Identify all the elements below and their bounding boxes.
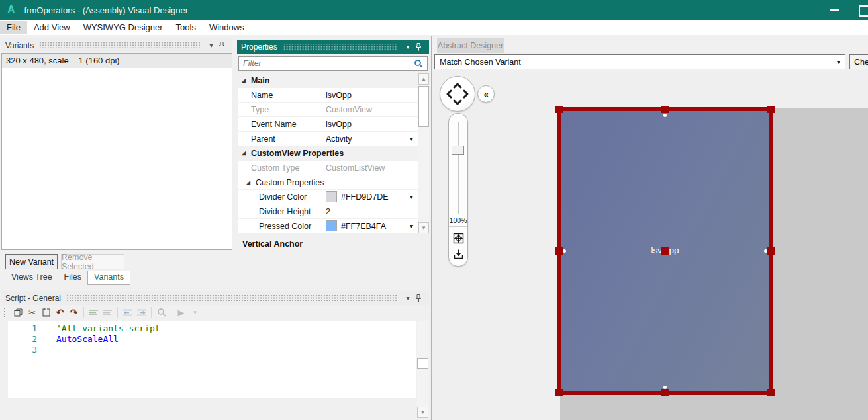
- paste-icon[interactable]: [39, 306, 53, 318]
- fit-view-button[interactable]: [452, 231, 465, 245]
- menu-item-add-view[interactable]: Add View: [27, 21, 77, 34]
- collapse-panel-button[interactable]: «: [477, 85, 495, 103]
- scroll-up-icon[interactable]: ▲: [418, 73, 429, 85]
- code-line[interactable]: 2AutoScaleAll: [8, 334, 416, 345]
- resize-handle-nw[interactable]: [555, 106, 563, 113]
- selected-view-lsvopp[interactable]: lsvOpp: [557, 107, 773, 395]
- scrollbar-thumb[interactable]: [418, 86, 429, 127]
- property-section-row[interactable]: ◢CustomView Properties: [238, 146, 418, 161]
- chevron-down-icon[interactable]: ▾: [403, 43, 413, 50]
- search-icon[interactable]: [414, 59, 423, 68]
- maximize-button[interactable]: [859, 5, 868, 17]
- property-value[interactable]: Activity▾: [326, 134, 417, 144]
- indent-icon[interactable]: [134, 306, 148, 318]
- property-row[interactable]: Custom TypeCustomListView: [238, 161, 418, 175]
- zoom-slider-thumb[interactable]: [452, 146, 464, 155]
- property-row[interactable]: Divider Color#FFD9D7DE▾: [238, 190, 418, 204]
- properties-scrollbar[interactable]: ▲ ▼: [418, 73, 429, 233]
- expander-icon[interactable]: ◢: [242, 150, 248, 156]
- resize-handle-s[interactable]: [661, 389, 669, 396]
- property-row[interactable]: ◢Custom Properties: [238, 175, 418, 190]
- pin-icon[interactable]: [219, 42, 230, 50]
- check-button[interactable]: Check: [849, 54, 868, 69]
- property-value[interactable]: #FF7EB4FA▾: [326, 220, 417, 231]
- left-panel-tabs: Views TreeFilesVariants: [0, 271, 233, 286]
- new-variant-button[interactable]: New Variant: [5, 254, 58, 269]
- redo-icon[interactable]: ↷: [67, 306, 81, 318]
- pan-navigation-pad[interactable]: [440, 76, 475, 112]
- copy-icon[interactable]: [11, 306, 25, 318]
- script-toolbar: ✂ ↶ ↷ ▶ ▾: [1, 305, 429, 319]
- zoom-slider[interactable]: 100%: [448, 113, 468, 267]
- code-line[interactable]: 3: [8, 345, 416, 355]
- dropdown-arrow-icon[interactable]: ▾: [410, 135, 413, 142]
- property-value[interactable]: CustomListView: [326, 163, 417, 173]
- property-value[interactable]: 2: [326, 207, 417, 216]
- scrollbar-thumb[interactable]: [417, 358, 428, 369]
- tab-abstract-designer[interactable]: Abstract Designer: [437, 38, 504, 53]
- variant-match-combobox[interactable]: Match Chosen Variant ▾: [434, 54, 845, 69]
- search-icon[interactable]: [154, 306, 168, 318]
- scroll-down-icon[interactable]: ▼: [418, 222, 429, 233]
- property-value[interactable]: lsvOpp: [326, 120, 417, 129]
- menu-item-tools[interactable]: Tools: [169, 21, 203, 34]
- toolbar-separator: [171, 307, 171, 318]
- property-value[interactable]: lsvOpp: [326, 91, 417, 100]
- dropdown-arrow-icon[interactable]: ▾: [410, 193, 413, 200]
- scroll-down-icon[interactable]: ▼: [417, 407, 428, 418]
- variant-list-item[interactable]: 320 x 480, scale = 1 (160 dpi): [2, 54, 232, 68]
- dropdown-arrow-icon[interactable]: ▾: [410, 222, 413, 230]
- script-code-editor[interactable]: 1'All variants script2AutoScaleAll3: [8, 321, 416, 398]
- chevron-down-icon[interactable]: ▾: [403, 294, 413, 302]
- property-value-text: #FF7EB4FA: [341, 222, 386, 231]
- property-label: Event Name: [251, 120, 297, 129]
- property-label: Main: [251, 76, 269, 85]
- chevron-down-icon[interactable]: ▾: [206, 42, 217, 49]
- outdent-icon[interactable]: [121, 306, 134, 318]
- app-logo: A: [7, 4, 15, 16]
- property-row[interactable]: NamelsvOpp: [238, 88, 418, 103]
- property-value[interactable]: CustomView: [326, 105, 417, 114]
- uncomment-icon[interactable]: [101, 306, 115, 318]
- run-icon[interactable]: ▶: [174, 306, 188, 318]
- pin-icon[interactable]: [416, 43, 426, 51]
- property-row[interactable]: Pressed Color#FF7EB4FA▾: [238, 219, 418, 233]
- minimize-button[interactable]: [830, 9, 839, 11]
- property-section-row[interactable]: ◢Main: [238, 73, 418, 88]
- expander-icon[interactable]: ◢: [246, 179, 253, 185]
- tab-files[interactable]: Files: [58, 271, 87, 284]
- gather-views-button[interactable]: [452, 247, 465, 261]
- toolbar-overflow-icon[interactable]: ▾: [188, 306, 202, 318]
- toolbar-separator: [117, 307, 118, 318]
- resize-handle-n[interactable]: [661, 106, 669, 113]
- cut-icon[interactable]: ✂: [25, 306, 39, 318]
- script-scrollbar[interactable]: ▼: [417, 321, 428, 418]
- property-filter-input[interactable]: [239, 59, 414, 68]
- menu-item-wysiwyg-designer[interactable]: WYSIWYG Designer: [77, 21, 169, 34]
- toolbar-grip[interactable]: [4, 308, 7, 317]
- property-label: Parent: [251, 134, 275, 144]
- property-value[interactable]: #FFD9D7DE▾: [326, 191, 417, 202]
- vertical-anchor-label: Vertical Anchor: [242, 239, 303, 249]
- menu-item-file[interactable]: File: [0, 21, 27, 34]
- menu-item-windows[interactable]: Windows: [203, 21, 251, 34]
- pin-icon[interactable]: [416, 294, 426, 302]
- resize-handle-se[interactable]: [767, 389, 775, 396]
- designer-canvas[interactable]: « 100% lsvOpp: [432, 71, 868, 420]
- comment-icon[interactable]: [87, 306, 101, 318]
- resize-handle-ne[interactable]: [767, 106, 775, 113]
- property-row[interactable]: Event NamelsvOpp: [238, 117, 418, 132]
- property-row[interactable]: TypeCustomView: [238, 103, 418, 117]
- move-handle-center[interactable]: [661, 247, 669, 255]
- resize-handle-sw[interactable]: [555, 389, 563, 396]
- remove-selected-button[interactable]: Remove Selected: [61, 254, 124, 269]
- undo-icon[interactable]: ↶: [53, 306, 67, 318]
- tab-variants[interactable]: Variants: [87, 271, 130, 285]
- property-value-text: #FFD9D7DE: [341, 192, 389, 202]
- expander-icon[interactable]: ◢: [242, 77, 248, 83]
- tab-views-tree[interactable]: Views Tree: [5, 271, 58, 284]
- code-line[interactable]: 1'All variants script: [8, 323, 416, 334]
- property-row[interactable]: Divider Height2: [238, 204, 418, 219]
- zoom-slider-track[interactable]: [458, 122, 459, 214]
- property-row[interactable]: ParentActivity▾: [238, 132, 418, 146]
